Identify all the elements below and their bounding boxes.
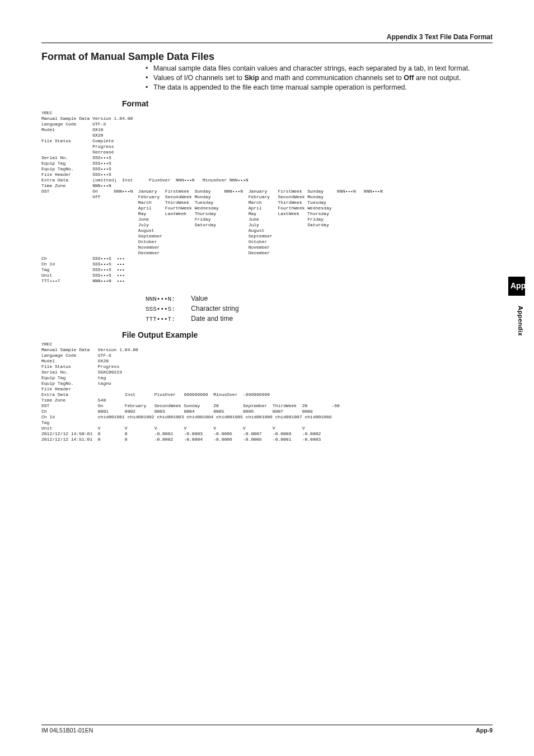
bullet-text: The data is appended to the file each ti… [153,83,407,92]
bullet-text: Manual sample data files contain values … [153,64,470,73]
example-heading: File Output Example [122,330,534,339]
side-tab-label: Appendix [517,306,524,336]
page-title: Format of Manual Sample Data Files [41,51,534,63]
bullet-dot: • [146,83,153,92]
bullet-dot: • [146,64,153,73]
footer-left: IM 04L51B01-01EN [41,727,93,734]
example-block: YREC Manual Sample Data Version 1.04.00 … [41,342,534,442]
legend-val: Character string [191,305,238,312]
legend-key: TTT•••T: [146,315,189,324]
side-tab: App [508,277,525,296]
legend-val: Date and time [191,315,233,323]
legend-key: NNN•••N: [146,295,189,304]
legend-val: Value [191,295,208,302]
legend-key: SSS•••S: [146,305,189,314]
footer-right: App-9 [476,727,493,734]
top-rule: Appendix 3 Text File Data Format [41,31,493,43]
appendix-header: Appendix 3 Text File Data Format [387,33,493,41]
legend-row: NNN•••N: Value [146,294,534,304]
legend-row: TTT•••T: Date and time [146,314,534,324]
bullet-dot: • [146,73,153,83]
footer: IM 04L51B01-01EN App-9 [41,725,493,734]
intro-bullets: • Manual sample data files contain value… [146,64,493,92]
bullet-row: • The data is appended to the file each … [146,83,493,92]
format-heading: Format [122,99,534,108]
legend-row: SSS•••S: Character string [146,304,534,314]
bullet-row: • Values of I/O channels set to Skip and… [146,73,493,83]
bullet-row: • Manual sample data files contain value… [146,64,493,73]
format-block: YREC Manual Sample Data Version 1.04.00 … [41,110,534,284]
legend-block: NNN•••N: Value SSS•••S: Character string… [146,294,534,324]
bullet-text: Values of I/O channels set to Skip and m… [153,73,461,83]
